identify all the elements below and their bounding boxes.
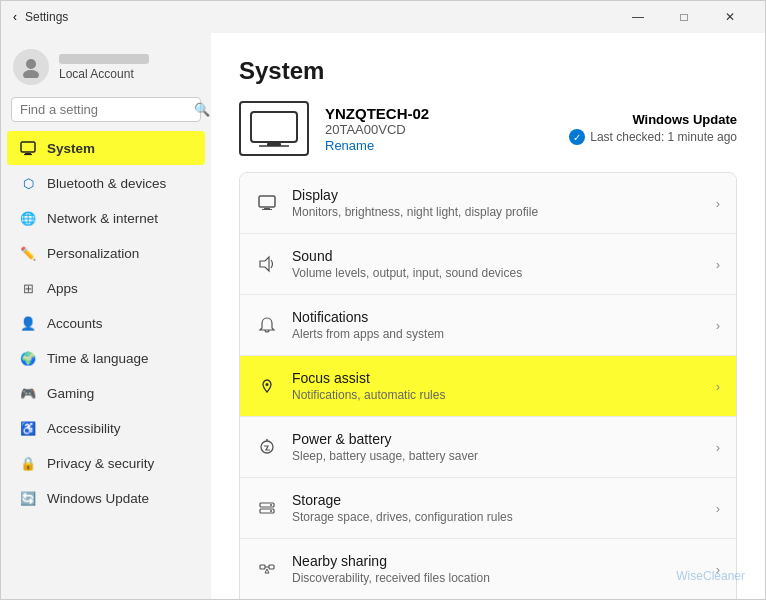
windows-update-status: ✓ Last checked: 1 minute ago (569, 129, 737, 145)
display-desc: Monitors, brightness, night light, displ… (292, 205, 702, 219)
svg-rect-19 (260, 565, 265, 569)
title-bar: ‹ Settings — □ ✕ (1, 1, 765, 33)
update-icon: 🔄 (19, 489, 37, 507)
title-bar-controls: — □ ✕ (615, 1, 753, 33)
watermark: WiseCleaner (676, 569, 745, 583)
windows-update-card: Windows Update ✓ Last checked: 1 minute … (569, 112, 737, 145)
sound-title: Sound (292, 248, 702, 264)
device-name: YNZQTECH-02 (325, 105, 429, 122)
sidebar-item-label-gaming: Gaming (47, 386, 94, 401)
sidebar-item-label-accounts: Accounts (47, 316, 103, 331)
sidebar-item-update[interactable]: 🔄 Windows Update (7, 481, 205, 515)
sidebar-nav: System ⬡ Bluetooth & devices 🌐 Network &… (1, 130, 211, 516)
sound-icon (256, 253, 278, 275)
settings-window: ‹ Settings — □ ✕ Local Account (0, 0, 766, 600)
sidebar-item-privacy[interactable]: 🔒 Privacy & security (7, 446, 205, 480)
sidebar-item-label-personalization: Personalization (47, 246, 139, 261)
search-input[interactable] (20, 102, 188, 117)
sidebar-item-bluetooth[interactable]: ⬡ Bluetooth & devices (7, 166, 205, 200)
time-icon: 🌍 (19, 349, 37, 367)
avatar (13, 49, 49, 85)
focus-title: Focus assist (292, 370, 702, 386)
notifications-title: Notifications (292, 309, 702, 325)
sidebar-item-label-accessibility: Accessibility (47, 421, 121, 436)
settings-item-notifications[interactable]: Notifications Alerts from apps and syste… (240, 295, 736, 356)
storage-chevron: › (716, 501, 720, 516)
back-icon[interactable]: ‹ (13, 10, 17, 24)
svg-rect-5 (251, 112, 297, 142)
focus-chevron: › (716, 379, 720, 394)
apps-icon: ⊞ (19, 279, 37, 297)
svg-point-18 (270, 510, 272, 512)
power-chevron: › (716, 440, 720, 455)
display-chevron: › (716, 196, 720, 211)
title-bar-left: ‹ Settings (13, 10, 68, 24)
update-status-icon: ✓ (569, 129, 585, 145)
sidebar-item-system[interactable]: System (7, 131, 205, 165)
network-icon: 🌐 (19, 209, 37, 227)
sidebar-item-accounts[interactable]: 👤 Accounts (7, 306, 205, 340)
settings-item-nearby[interactable]: Nearby sharing Discoverability, received… (240, 539, 736, 599)
personalization-icon: ✏️ (19, 244, 37, 262)
sidebar-item-accessibility[interactable]: ♿ Accessibility (7, 411, 205, 445)
sidebar-item-apps[interactable]: ⊞ Apps (7, 271, 205, 305)
sidebar-item-time[interactable]: 🌍 Time & language (7, 341, 205, 375)
storage-title: Storage (292, 492, 702, 508)
sound-desc: Volume levels, output, input, sound devi… (292, 266, 702, 280)
settings-list: Display Monitors, brightness, night ligh… (239, 172, 737, 599)
user-section: Local Account (1, 41, 211, 97)
sidebar-item-gaming[interactable]: 🎮 Gaming (7, 376, 205, 410)
settings-item-focus[interactable]: Focus assist Notifications, automatic ru… (240, 356, 736, 417)
sidebar-item-network[interactable]: 🌐 Network & internet (7, 201, 205, 235)
windows-update-title: Windows Update (569, 112, 737, 127)
settings-item-sound[interactable]: Sound Volume levels, output, input, soun… (240, 234, 736, 295)
close-button[interactable]: ✕ (707, 1, 753, 33)
svg-point-17 (270, 504, 272, 506)
accounts-icon: 👤 (19, 314, 37, 332)
svg-rect-8 (259, 196, 275, 207)
sidebar-item-personalization[interactable]: ✏️ Personalization (7, 236, 205, 270)
focus-desc: Notifications, automatic rules (292, 388, 702, 402)
settings-item-power[interactable]: Power & battery Sleep, battery usage, ba… (240, 417, 736, 478)
sound-text: Sound Volume levels, output, input, soun… (292, 248, 702, 280)
device-name-section: YNZQTECH-02 20TAA00VCD Rename (325, 105, 429, 153)
nearby-text: Nearby sharing Discoverability, received… (292, 553, 702, 585)
display-icon (256, 192, 278, 214)
power-desc: Sleep, battery usage, battery saver (292, 449, 702, 463)
sidebar-item-label-apps: Apps (47, 281, 78, 296)
sidebar-item-label-time: Time & language (47, 351, 149, 366)
update-status-text: Last checked: 1 minute ago (590, 130, 737, 144)
settings-item-display[interactable]: Display Monitors, brightness, night ligh… (240, 173, 736, 234)
display-text: Display Monitors, brightness, night ligh… (292, 187, 702, 219)
svg-point-1 (23, 70, 39, 78)
sidebar: Local Account 🔍 S (1, 33, 211, 599)
svg-point-12 (266, 383, 269, 386)
storage-text: Storage Storage space, drives, configura… (292, 492, 702, 524)
accessibility-icon: ♿ (19, 419, 37, 437)
rename-link[interactable]: Rename (325, 138, 374, 153)
sidebar-item-label-privacy: Privacy & security (47, 456, 154, 471)
sidebar-item-label-update: Windows Update (47, 491, 149, 506)
minimize-button[interactable]: — (615, 1, 661, 33)
content-area: Local Account 🔍 S (1, 33, 765, 599)
settings-item-storage[interactable]: Storage Storage space, drives, configura… (240, 478, 736, 539)
maximize-button[interactable]: □ (661, 1, 707, 33)
sidebar-item-label-bluetooth: Bluetooth & devices (47, 176, 166, 191)
bluetooth-icon: ⬡ (19, 174, 37, 192)
sidebar-item-label-system: System (47, 141, 95, 156)
device-icon (239, 101, 309, 156)
page-title: System (239, 57, 737, 85)
notifications-desc: Alerts from apps and system (292, 327, 702, 341)
power-title: Power & battery (292, 431, 702, 447)
nearby-icon (256, 558, 278, 580)
svg-rect-20 (269, 565, 274, 569)
nearby-desc: Discoverability, received files location (292, 571, 702, 585)
user-info: Local Account (59, 54, 149, 81)
search-box[interactable]: 🔍 (11, 97, 201, 122)
storage-desc: Storage space, drives, configuration rul… (292, 510, 702, 524)
user-name-bar (59, 54, 149, 64)
sound-chevron: › (716, 257, 720, 272)
window-title: Settings (25, 10, 68, 24)
power-icon (256, 436, 278, 458)
nearby-title: Nearby sharing (292, 553, 702, 569)
